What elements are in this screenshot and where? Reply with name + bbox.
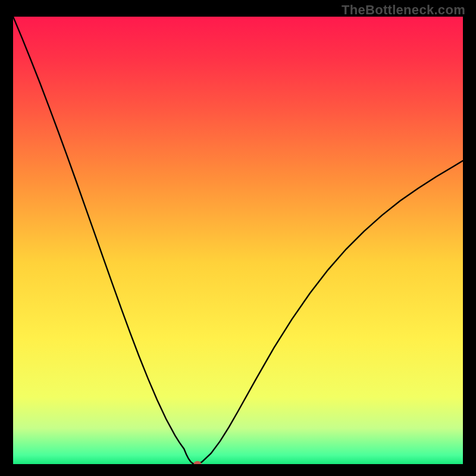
watermark-label: TheBottleneck.com — [342, 2, 465, 18]
bottleneck-chart — [13, 17, 463, 464]
gradient-background — [13, 17, 463, 464]
plot-area — [13, 17, 463, 464]
chart-frame: TheBottleneck.com — [0, 0, 476, 476]
